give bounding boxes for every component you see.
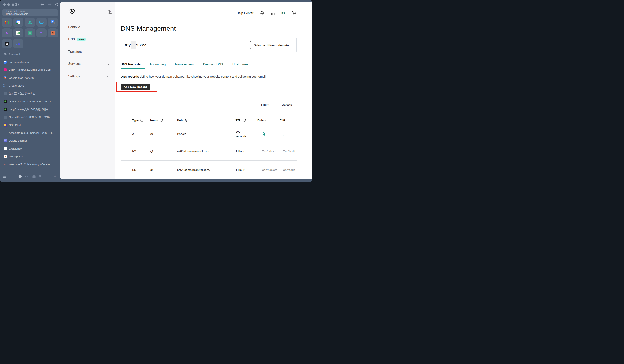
tab-hostnames[interactable]: Hostnames bbox=[233, 61, 248, 69]
app-tile-greenchart[interactable] bbox=[13, 28, 24, 38]
sidebar-collapse-icon[interactable]: ‹ bbox=[108, 10, 112, 14]
code-icon[interactable]: <> bbox=[25, 175, 28, 178]
new-tab-plus-icon[interactable]: + bbox=[54, 174, 56, 179]
keycap-icon bbox=[4, 139, 7, 142]
sidebar-bottom-bar: <> + bbox=[0, 174, 60, 181]
table-row: NS@ns64.domaincontrol.com.1 HourCan't de… bbox=[121, 160, 297, 179]
tab-forwarding[interactable]: Forwarding bbox=[150, 61, 166, 69]
column-header-ttl: TTL? bbox=[235, 118, 258, 122]
filters-button[interactable]: Filters bbox=[257, 103, 269, 106]
app-tile-gcal[interactable]: 22 bbox=[13, 18, 24, 27]
app-tile-anthropic[interactable]: A\ bbox=[48, 28, 58, 38]
bookmark-item[interactable]: ∞Welcome To Colaboratory - Colabor... bbox=[0, 160, 60, 168]
app-grid-icon[interactable] bbox=[271, 12, 275, 15]
window-close-button[interactable] bbox=[3, 3, 6, 6]
app-tile-chatgpt[interactable] bbox=[25, 28, 35, 38]
domain-name: mys.xyz bbox=[125, 41, 146, 49]
triangle-logo-icon bbox=[28, 20, 32, 24]
sidebar-item-services[interactable]: Services bbox=[68, 62, 109, 66]
record-ttl: 1 Hour bbox=[235, 168, 248, 172]
app-tile-bilibili[interactable] bbox=[36, 18, 47, 27]
help-icon[interactable]: ? bbox=[243, 118, 246, 122]
colab-icon: ∞ bbox=[4, 163, 6, 166]
language-selector[interactable]: ES bbox=[281, 12, 285, 15]
delete-record-button[interactable] bbox=[262, 132, 266, 136]
bell-icon[interactable] bbox=[260, 11, 264, 16]
url-bar[interactable]: dcc.godaddy.com Translation Available bbox=[2, 9, 58, 16]
window-zoom-button[interactable] bbox=[12, 3, 14, 6]
dns-records-table: Type?Name?Data?TTL?DeleteEditA@Parked600… bbox=[121, 114, 297, 179]
dns-records-link[interactable]: DNS records bbox=[121, 75, 139, 78]
app-tile-openai[interactable] bbox=[2, 39, 12, 48]
gmail-icon bbox=[5, 21, 9, 24]
tab-nameservers[interactable]: Nameservers bbox=[175, 61, 194, 69]
page-title: DNS Management bbox=[121, 25, 176, 32]
sidebar-toggle-icon[interactable] bbox=[15, 3, 19, 6]
bookmark-item[interactable]: OpenAI/chatGPT官方 API接口文档... bbox=[0, 113, 60, 121]
edit-record-button[interactable] bbox=[283, 132, 287, 136]
chevron-down-icon bbox=[107, 75, 109, 78]
bookmark-item[interactable]: docs.google.com bbox=[0, 58, 60, 66]
bookmark-item[interactable]: Workspaces bbox=[0, 153, 60, 160]
godaddy-logo-icon[interactable] bbox=[69, 9, 75, 15]
help-icon[interactable]: ? bbox=[140, 118, 143, 122]
new-badge: NEW bbox=[77, 38, 86, 41]
select-different-domain-button[interactable]: Select a different domain bbox=[250, 41, 292, 49]
app-tile-mindshow[interactable] bbox=[2, 28, 12, 38]
tab-dns-records[interactable]: DNS Records bbox=[121, 61, 141, 69]
record-type: NS bbox=[132, 149, 150, 154]
row-checkbox[interactable] bbox=[124, 132, 124, 136]
sidebar-item-portfolio[interactable]: Portfolio bbox=[68, 25, 109, 29]
help-icon[interactable]: ? bbox=[160, 118, 163, 122]
bookmark-item[interactable]: Login - MindShow,Make Slides Easy bbox=[0, 66, 60, 74]
app-tile-triangle[interactable] bbox=[25, 18, 35, 27]
generic-favicon bbox=[4, 92, 7, 95]
add-new-record-button[interactable]: Add New Record bbox=[121, 84, 150, 90]
bookmark-item[interactable]: LangChain中文网: 500页超详细中... bbox=[0, 105, 60, 113]
help-center-link[interactable]: Help Center bbox=[237, 12, 253, 15]
media-dot-icon[interactable] bbox=[39, 175, 41, 177]
bookmark-item[interactable]: Excalidraw bbox=[0, 145, 60, 153]
bookmark-item[interactable]: OSS Chat bbox=[0, 121, 60, 129]
page-card: ‹ PortfolioDNSNEWTransfersServicesSettin… bbox=[60, 2, 312, 179]
column-header-data: Data? bbox=[177, 118, 235, 122]
tab-premium-dns[interactable]: Premium DNS bbox=[203, 61, 223, 69]
bookmark-item[interactable]: Associate Cloud Engineer Exam – Fr... bbox=[0, 129, 60, 137]
back-icon[interactable] bbox=[40, 3, 45, 7]
row-checkbox[interactable] bbox=[124, 149, 124, 153]
sidebar-item-transfers[interactable]: Transfers bbox=[68, 49, 109, 54]
record-data: Parked bbox=[177, 132, 235, 136]
forward-icon[interactable] bbox=[48, 3, 52, 7]
window-minimize-button[interactable] bbox=[7, 3, 10, 6]
library-icon[interactable] bbox=[3, 175, 7, 179]
bookmark-item[interactable]: Qwerty Learner bbox=[0, 137, 60, 145]
bookmark-item[interactable]: Google Map Platform bbox=[0, 74, 60, 82]
column-header-delete: Delete bbox=[258, 118, 280, 122]
app-tile-nspeed[interactable]: N bbox=[13, 39, 24, 48]
app-tile-gmail[interactable] bbox=[2, 18, 12, 27]
cant-edit-label: Can't edit bbox=[283, 168, 295, 171]
table-row: NS@ns63.domaincontrol.com.1 HourCan't de… bbox=[121, 142, 297, 160]
godaddy-main: Help Center ES DNS Management mys.xyz Se… bbox=[115, 2, 312, 179]
mindshow-icon bbox=[5, 31, 9, 35]
mindshow-play-icon bbox=[4, 68, 7, 71]
sidebar-item-settings[interactable]: Settings bbox=[68, 74, 109, 79]
record-name: @ bbox=[150, 168, 177, 172]
cart-icon[interactable] bbox=[292, 11, 297, 16]
app-tile-gtranslate[interactable]: G文 bbox=[48, 18, 58, 27]
row-checkbox[interactable] bbox=[124, 168, 124, 172]
annotation-highlight-box: Add New Record bbox=[116, 82, 157, 92]
book-icon[interactable] bbox=[32, 175, 36, 178]
reload-icon[interactable] bbox=[55, 3, 59, 7]
help-icon[interactable]: ? bbox=[185, 118, 188, 122]
bookmark-item[interactable]: 显示查询自己的IP地址 bbox=[0, 90, 60, 97]
bookmark-item[interactable]: Google Cloud Platform Vertex AI Pa... bbox=[0, 97, 60, 105]
column-header-name: Name? bbox=[150, 118, 177, 122]
bookmark-item[interactable]: D-IDCreate Video bbox=[0, 82, 60, 90]
space-title[interactable]: Personal bbox=[0, 50, 60, 58]
actions-button[interactable]: Actions bbox=[277, 103, 292, 107]
google-docs-icon bbox=[4, 61, 7, 64]
app-tile-gemini[interactable] bbox=[36, 28, 47, 38]
palette-icon[interactable] bbox=[18, 175, 22, 178]
sidebar-item-dns[interactable]: DNSNEW bbox=[68, 37, 109, 42]
